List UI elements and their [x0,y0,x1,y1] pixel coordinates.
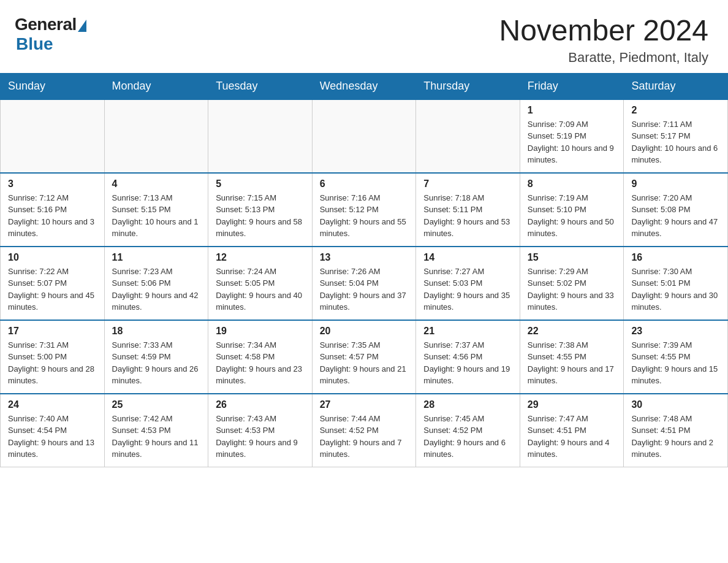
day-info: Sunrise: 7:09 AM Sunset: 5:19 PM Dayligh… [528,118,616,166]
day-info: Sunrise: 7:23 AM Sunset: 5:06 PM Dayligh… [112,266,201,313]
header-friday: Friday [520,73,624,99]
day-number: 16 [631,252,720,263]
logo-triangle-icon [78,20,86,32]
day-info: Sunrise: 7:26 AM Sunset: 5:04 PM Dayligh… [320,266,409,313]
day-number: 15 [528,252,616,263]
day-number: 13 [320,252,409,263]
calendar-cell [416,99,520,173]
day-number: 20 [320,326,409,337]
day-info: Sunrise: 7:15 AM Sunset: 5:13 PM Dayligh… [216,192,305,240]
page-header: General Blue November 2024 Baratte, Pied… [0,0,728,73]
header-saturday: Saturday [624,73,728,99]
day-info: Sunrise: 7:48 AM Sunset: 4:51 PM Dayligh… [631,413,720,461]
day-info: Sunrise: 7:18 AM Sunset: 5:11 PM Dayligh… [423,192,512,240]
calendar-cell: 24Sunrise: 7:40 AM Sunset: 4:54 PM Dayli… [1,394,105,467]
day-number: 27 [320,399,409,410]
location-subtitle: Baratte, Piedmont, Italy [499,50,708,66]
day-info: Sunrise: 7:13 AM Sunset: 5:15 PM Dayligh… [112,192,201,240]
calendar-cell: 2Sunrise: 7:11 AM Sunset: 5:17 PM Daylig… [624,99,728,173]
day-number: 29 [528,399,616,410]
day-number: 10 [8,252,97,263]
day-number: 11 [112,252,201,263]
calendar-table: Sunday Monday Tuesday Wednesday Thursday… [0,73,728,468]
calendar-cell: 5Sunrise: 7:15 AM Sunset: 5:13 PM Daylig… [208,173,313,247]
day-number: 12 [216,252,305,263]
day-number: 17 [8,326,97,337]
day-number: 3 [8,178,97,190]
calendar-cell: 12Sunrise: 7:24 AM Sunset: 5:05 PM Dayli… [208,247,313,320]
calendar-cell: 21Sunrise: 7:37 AM Sunset: 4:56 PM Dayli… [416,320,520,394]
week-row-2: 3Sunrise: 7:12 AM Sunset: 5:16 PM Daylig… [1,173,728,247]
title-block: November 2024 Baratte, Piedmont, Italy [499,15,708,66]
day-info: Sunrise: 7:24 AM Sunset: 5:05 PM Dayligh… [216,266,305,313]
day-number: 7 [423,178,512,190]
calendar-cell [104,99,208,173]
day-info: Sunrise: 7:35 AM Sunset: 4:57 PM Dayligh… [320,339,409,387]
calendar-cell: 13Sunrise: 7:26 AM Sunset: 5:04 PM Dayli… [312,247,416,320]
calendar-cell: 29Sunrise: 7:47 AM Sunset: 4:51 PM Dayli… [520,394,624,467]
day-info: Sunrise: 7:39 AM Sunset: 4:55 PM Dayligh… [631,339,720,387]
calendar-cell: 10Sunrise: 7:22 AM Sunset: 5:07 PM Dayli… [1,247,105,320]
day-number: 6 [320,178,409,190]
calendar-cell: 6Sunrise: 7:16 AM Sunset: 5:12 PM Daylig… [312,173,416,247]
day-info: Sunrise: 7:16 AM Sunset: 5:12 PM Dayligh… [320,192,409,240]
day-number: 22 [528,326,616,337]
header-sunday: Sunday [1,73,105,99]
day-number: 25 [112,399,201,410]
day-info: Sunrise: 7:11 AM Sunset: 5:17 PM Dayligh… [631,118,720,166]
day-info: Sunrise: 7:45 AM Sunset: 4:52 PM Dayligh… [423,413,512,461]
day-number: 24 [8,399,97,410]
calendar-cell: 19Sunrise: 7:34 AM Sunset: 4:58 PM Dayli… [208,320,313,394]
calendar-cell: 7Sunrise: 7:18 AM Sunset: 5:11 PM Daylig… [416,173,520,247]
header-thursday: Thursday [416,73,520,99]
calendar-cell: 18Sunrise: 7:33 AM Sunset: 4:59 PM Dayli… [104,320,208,394]
day-number: 19 [216,326,305,337]
logo-general-text: General [15,15,77,34]
day-info: Sunrise: 7:30 AM Sunset: 5:01 PM Dayligh… [631,266,720,313]
calendar-cell [208,99,313,173]
day-info: Sunrise: 7:34 AM Sunset: 4:58 PM Dayligh… [216,339,305,387]
day-number: 5 [216,178,305,190]
week-row-4: 17Sunrise: 7:31 AM Sunset: 5:00 PM Dayli… [1,320,728,394]
day-info: Sunrise: 7:29 AM Sunset: 5:02 PM Dayligh… [528,266,616,313]
day-info: Sunrise: 7:43 AM Sunset: 4:53 PM Dayligh… [216,413,305,461]
day-number: 4 [112,178,201,190]
day-info: Sunrise: 7:20 AM Sunset: 5:08 PM Dayligh… [631,192,720,240]
calendar-cell: 11Sunrise: 7:23 AM Sunset: 5:06 PM Dayli… [104,247,208,320]
day-info: Sunrise: 7:47 AM Sunset: 4:51 PM Dayligh… [528,413,616,461]
month-year-title: November 2024 [499,15,708,47]
day-number: 28 [423,399,512,410]
week-row-1: 1Sunrise: 7:09 AM Sunset: 5:19 PM Daylig… [1,99,728,173]
day-number: 9 [631,178,720,190]
calendar-cell: 14Sunrise: 7:27 AM Sunset: 5:03 PM Dayli… [416,247,520,320]
day-number: 8 [528,178,616,190]
calendar-cell: 9Sunrise: 7:20 AM Sunset: 5:08 PM Daylig… [624,173,728,247]
calendar-cell: 17Sunrise: 7:31 AM Sunset: 5:00 PM Dayli… [1,320,105,394]
calendar-cell: 23Sunrise: 7:39 AM Sunset: 4:55 PM Dayli… [624,320,728,394]
calendar-cell: 28Sunrise: 7:45 AM Sunset: 4:52 PM Dayli… [416,394,520,467]
day-number: 2 [631,105,720,116]
day-info: Sunrise: 7:22 AM Sunset: 5:07 PM Dayligh… [8,266,97,313]
day-number: 23 [631,326,720,337]
calendar-cell: 20Sunrise: 7:35 AM Sunset: 4:57 PM Dayli… [312,320,416,394]
day-number: 21 [423,326,512,337]
weekday-header-row: Sunday Monday Tuesday Wednesday Thursday… [1,73,728,99]
day-number: 30 [631,399,720,410]
calendar-cell: 22Sunrise: 7:38 AM Sunset: 4:55 PM Dayli… [520,320,624,394]
week-row-5: 24Sunrise: 7:40 AM Sunset: 4:54 PM Dayli… [1,394,728,467]
day-info: Sunrise: 7:19 AM Sunset: 5:10 PM Dayligh… [528,192,616,240]
calendar-cell: 3Sunrise: 7:12 AM Sunset: 5:16 PM Daylig… [1,173,105,247]
day-info: Sunrise: 7:42 AM Sunset: 4:53 PM Dayligh… [112,413,201,461]
calendar-cell: 4Sunrise: 7:13 AM Sunset: 5:15 PM Daylig… [104,173,208,247]
day-info: Sunrise: 7:44 AM Sunset: 4:52 PM Dayligh… [320,413,409,461]
header-tuesday: Tuesday [208,73,313,99]
calendar-cell: 27Sunrise: 7:44 AM Sunset: 4:52 PM Dayli… [312,394,416,467]
header-monday: Monday [104,73,208,99]
day-number: 18 [112,326,201,337]
day-info: Sunrise: 7:38 AM Sunset: 4:55 PM Dayligh… [528,339,616,387]
calendar-cell [312,99,416,173]
day-number: 1 [528,105,616,116]
header-wednesday: Wednesday [312,73,416,99]
calendar-cell: 1Sunrise: 7:09 AM Sunset: 5:19 PM Daylig… [520,99,624,173]
calendar-cell: 8Sunrise: 7:19 AM Sunset: 5:10 PM Daylig… [520,173,624,247]
